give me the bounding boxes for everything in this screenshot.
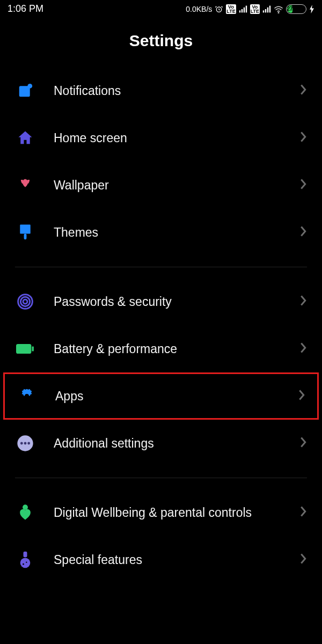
status-bar: 1:06 PM 0.0KB/s VoLTE VoLTE 27 xyxy=(0,0,322,17)
row-label: Battery & performance xyxy=(35,341,299,357)
signal-icon-1 xyxy=(239,5,247,13)
notifications-icon xyxy=(15,80,35,101)
dots-icon xyxy=(15,433,35,453)
svg-point-11 xyxy=(27,84,32,89)
svg-point-15 xyxy=(20,297,30,306)
svg-point-23 xyxy=(27,442,30,445)
svg-rect-8 xyxy=(269,5,270,12)
battery-percent: 27 xyxy=(287,5,292,13)
svg-point-28 xyxy=(26,562,27,563)
chevron-right-icon xyxy=(299,131,307,145)
svg-point-19 xyxy=(25,394,29,398)
row-label: Passwords & security xyxy=(35,294,299,310)
row-additional[interactable]: Additional settings xyxy=(0,420,322,467)
row-label: Themes xyxy=(35,225,299,240)
svg-rect-5 xyxy=(263,10,264,12)
volte-icon-2: VoLTE xyxy=(250,4,260,14)
alarm-icon xyxy=(215,5,223,13)
row-label: Wallpaper xyxy=(35,178,299,193)
row-label: Home screen xyxy=(35,130,299,146)
fingerprint-icon xyxy=(15,291,35,312)
svg-rect-25 xyxy=(24,552,27,558)
chevron-right-icon xyxy=(299,506,307,519)
row-label: Additional settings xyxy=(35,436,299,451)
status-indicators: 0.0KB/s VoLTE VoLTE 27 xyxy=(186,4,314,14)
svg-point-24 xyxy=(23,504,28,510)
svg-rect-3 xyxy=(243,7,244,12)
signal-icon-2 xyxy=(262,5,271,13)
row-label: Special features xyxy=(35,552,299,568)
gear-icon xyxy=(17,386,37,406)
row-label: Notifications xyxy=(35,83,299,99)
svg-rect-2 xyxy=(241,9,242,12)
chevron-right-icon xyxy=(299,225,307,239)
divider xyxy=(15,478,307,478)
heart-icon xyxy=(15,502,35,523)
row-security[interactable]: Passwords & security xyxy=(0,278,322,325)
row-battery[interactable]: Battery & performance xyxy=(0,325,322,372)
svg-rect-6 xyxy=(265,9,266,12)
status-time: 1:06 PM xyxy=(8,3,43,14)
tulip-icon xyxy=(15,175,35,195)
row-themes[interactable]: Themes xyxy=(0,209,322,256)
chevron-right-icon xyxy=(298,389,305,403)
row-home-screen[interactable]: Home screen xyxy=(0,114,322,162)
battery-icon xyxy=(15,339,35,359)
svg-rect-7 xyxy=(267,7,268,12)
chevron-right-icon xyxy=(299,553,307,567)
row-notifications[interactable]: Notifications xyxy=(0,67,322,114)
wifi-icon xyxy=(274,5,283,13)
charging-icon xyxy=(309,5,314,13)
svg-point-21 xyxy=(20,442,23,445)
chevron-right-icon xyxy=(299,178,307,192)
net-speed: 0.0KB/s xyxy=(186,5,212,13)
svg-point-22 xyxy=(24,442,27,445)
settings-group-3: Digital Wellbeing & parental controls Sp… xyxy=(0,489,322,583)
svg-rect-13 xyxy=(24,233,27,239)
home-icon xyxy=(15,128,35,148)
row-wellbeing[interactable]: Digital Wellbeing & parental controls xyxy=(0,489,322,536)
svg-point-27 xyxy=(23,564,24,565)
svg-rect-4 xyxy=(245,5,246,12)
row-label: Digital Wellbeing & parental controls xyxy=(35,505,299,521)
svg-rect-17 xyxy=(16,344,31,354)
svg-point-16 xyxy=(23,299,27,304)
page-title: Settings xyxy=(0,17,322,67)
row-apps[interactable]: Apps xyxy=(3,372,319,420)
chevron-right-icon xyxy=(299,84,307,98)
volte-icon-1: VoLTE xyxy=(226,4,236,14)
row-special[interactable]: Special features xyxy=(0,536,322,583)
row-label: Apps xyxy=(37,389,298,404)
chevron-right-icon xyxy=(299,295,307,309)
svg-rect-1 xyxy=(239,10,240,12)
settings-group-1: Notifications Home screen Wallpaper Them… xyxy=(0,67,322,256)
row-wallpaper[interactable]: Wallpaper xyxy=(0,162,322,209)
battery-indicator: 27 xyxy=(286,4,306,14)
divider xyxy=(15,267,307,267)
flask-icon xyxy=(15,550,35,570)
svg-point-26 xyxy=(20,558,31,568)
settings-group-2: Passwords & security Battery & performan… xyxy=(0,278,322,467)
brush-icon xyxy=(15,222,35,243)
chevron-right-icon xyxy=(299,342,307,356)
svg-point-9 xyxy=(278,12,279,13)
chevron-right-icon xyxy=(299,436,307,450)
svg-rect-12 xyxy=(20,224,30,233)
svg-rect-18 xyxy=(32,346,33,351)
